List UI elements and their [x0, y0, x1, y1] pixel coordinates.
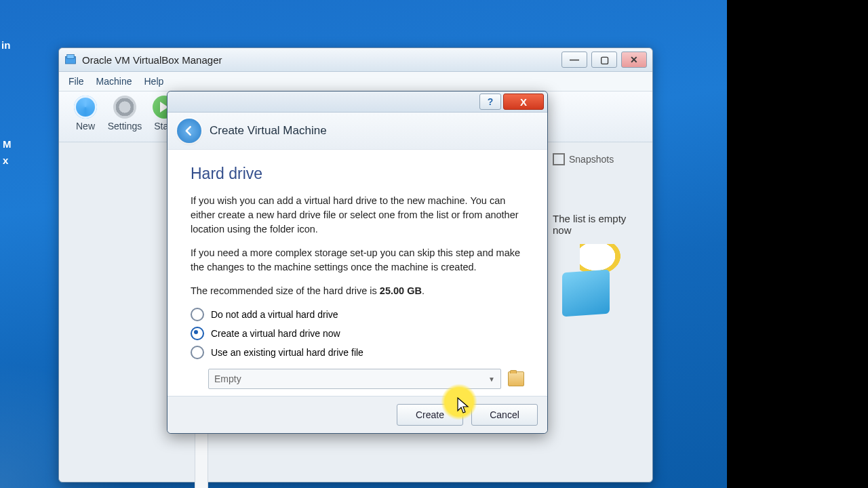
radio-icon — [191, 308, 204, 321]
rec-post: . — [422, 285, 425, 296]
intro-paragraph-1: If you wish you can add a virtual hard d… — [191, 194, 524, 237]
rec-value: 25.00 GB — [380, 285, 422, 296]
intro-paragraph-2: If you need a more complex storage set-u… — [191, 246, 524, 274]
wizard-close-button[interactable]: X — [503, 94, 544, 110]
option-no-hdd[interactable]: Do not add a virtual hard drive — [191, 308, 524, 321]
gear-icon — [113, 96, 136, 119]
existing-hdd-combo[interactable]: Empty ▼ — [208, 369, 501, 389]
welcome-illustration — [553, 244, 634, 325]
wizard-title: Create Virtual Machine — [210, 124, 327, 138]
menubar: File Machine Help — [59, 72, 652, 92]
radio-icon — [191, 346, 204, 359]
create-vm-wizard: ? X Create Virtual Machine Hard drive If… — [167, 91, 548, 434]
empty-list-hint: The list is empty now — [553, 213, 644, 236]
existing-hdd-chooser: Empty ▼ — [208, 369, 524, 389]
option-create-hdd[interactable]: Create a virtual hard drive now — [191, 327, 524, 340]
create-button[interactable]: Create — [397, 404, 463, 426]
rec-pre: The recommended size of the hard drive i… — [191, 285, 380, 296]
titlebar[interactable]: Oracle VM VirtualBox Manager — ▢ ✕ — [59, 48, 652, 72]
option-create-hdd-label: Create a virtual hard drive now — [211, 328, 340, 339]
toolbar-new[interactable]: New — [66, 96, 105, 131]
svg-rect-1 — [67, 55, 75, 59]
close-button[interactable]: ✕ — [621, 52, 647, 68]
toolbar-new-label: New — [76, 121, 95, 131]
chevron-down-icon: ▼ — [488, 375, 495, 383]
toolbar-settings-label: Settings — [108, 121, 142, 131]
menu-help[interactable]: Help — [144, 76, 163, 87]
menu-file[interactable]: File — [68, 76, 84, 87]
back-button[interactable] — [177, 119, 201, 143]
left-partial-window: in M x — [0, 0, 19, 488]
wizard-titlebar[interactable]: ? X — [167, 92, 547, 113]
new-icon — [74, 96, 97, 119]
section-heading: Hard drive — [191, 165, 524, 183]
wizard-help-button[interactable]: ? — [479, 94, 501, 110]
option-existing-hdd[interactable]: Use an existing virtual hard drive file — [191, 346, 524, 359]
close-icon: X — [520, 96, 527, 108]
snapshots-label: Snapshots — [569, 154, 614, 165]
menu-machine[interactable]: Machine — [96, 76, 132, 87]
hard-drive-options: Do not add a virtual hard drive Create a… — [191, 308, 524, 359]
recommended-size: The recommended size of the hard drive i… — [191, 284, 524, 298]
wizard-header: Create Virtual Machine — [167, 113, 547, 150]
frag-label-in: in — [1, 39, 10, 51]
toolbar-settings[interactable]: Settings — [105, 96, 144, 131]
frag-label-x: x — [3, 155, 8, 166]
snapshots-icon — [553, 153, 565, 165]
minimize-button[interactable]: — — [561, 52, 587, 68]
wizard-body: Hard drive If you wish you can add a vir… — [167, 150, 547, 393]
option-no-hdd-label: Do not add a virtual hard drive — [211, 309, 338, 320]
cube-icon — [562, 270, 610, 317]
maximize-button[interactable]: ▢ — [591, 52, 617, 68]
help-icon: ? — [488, 96, 494, 107]
frag-label-m: M — [3, 138, 12, 150]
arrow-left-icon — [182, 124, 196, 138]
app-icon — [64, 54, 77, 66]
option-existing-hdd-label: Use an existing virtual hard drive file — [211, 347, 363, 358]
radio-icon — [191, 327, 204, 340]
right-pane: Snapshots The list is empty now — [553, 153, 644, 325]
snapshots-tab[interactable]: Snapshots — [553, 153, 644, 165]
wizard-footer: Create Cancel — [167, 396, 547, 433]
window-title: Oracle VM VirtualBox Manager — [82, 54, 561, 66]
cancel-button[interactable]: Cancel — [471, 404, 538, 426]
browse-folder-button[interactable] — [508, 371, 524, 386]
combo-value: Empty — [214, 373, 241, 384]
